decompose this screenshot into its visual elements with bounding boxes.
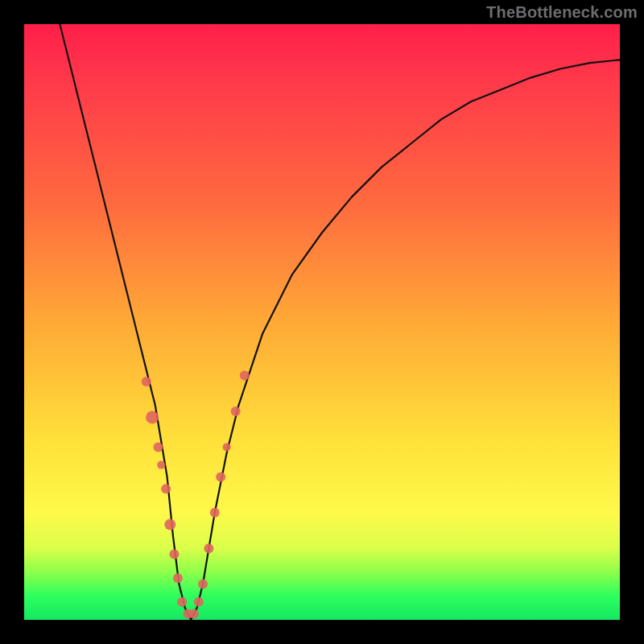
chart-marker <box>223 443 231 451</box>
chart-marker <box>154 442 163 452</box>
chart-curve <box>60 24 620 620</box>
chart-marker <box>161 484 171 493</box>
chart-marker <box>240 371 250 381</box>
chart-marker <box>142 377 151 386</box>
chart-frame: TheBottleneck.com <box>0 0 644 644</box>
chart-svg <box>24 24 620 620</box>
chart-marker <box>204 543 213 553</box>
chart-plot-area <box>24 24 620 620</box>
chart-marker <box>177 597 187 607</box>
watermark-text: TheBottleneck.com <box>486 3 638 22</box>
chart-marker <box>157 461 165 469</box>
chart-marker <box>146 411 159 423</box>
chart-marker <box>231 407 241 416</box>
chart-marker <box>194 597 204 607</box>
chart-marker <box>189 609 199 619</box>
chart-marker <box>216 472 225 481</box>
chart-marker <box>164 519 175 530</box>
chart-marker <box>170 550 180 559</box>
chart-marker <box>173 573 183 583</box>
chart-marker <box>210 508 220 518</box>
chart-marker <box>198 580 208 589</box>
chart-markers <box>142 371 250 619</box>
